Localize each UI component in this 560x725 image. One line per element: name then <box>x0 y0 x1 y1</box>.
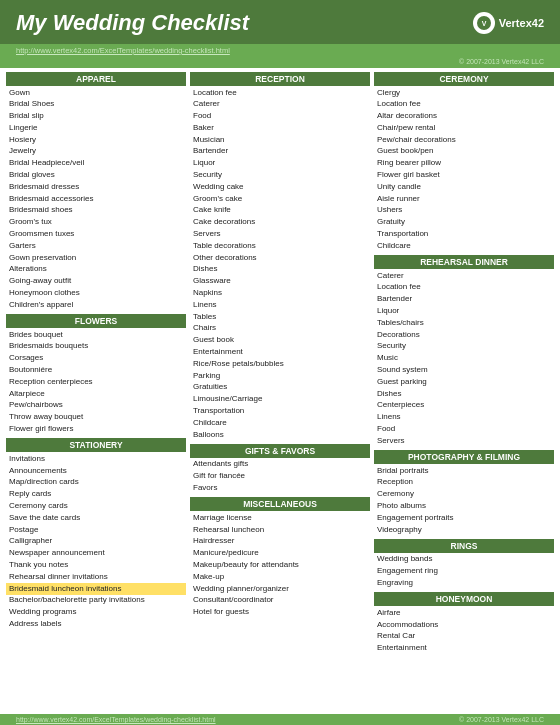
list-item: Bridal Shoes <box>6 99 186 111</box>
section-header-1-0: RECEPTION <box>190 72 370 86</box>
list-item: Groomsmen tuxes <box>6 229 186 241</box>
list-item: Food <box>374 424 554 436</box>
list-item: Bridal Headpiece/veil <box>6 158 186 170</box>
list-item: Musician <box>190 134 370 146</box>
list-item: Balloons <box>190 429 370 441</box>
list-item: Gratuities <box>190 382 370 394</box>
list-item: Ushers <box>374 205 554 217</box>
list-item: Reception centerpieces <box>6 376 186 388</box>
list-item: Ceremony cards <box>6 501 186 513</box>
column-0: APPARELGownBridal ShoesBridal slipLinger… <box>6 72 186 712</box>
list-item: Map/direction cards <box>6 477 186 489</box>
list-item: Marriage license <box>190 512 370 524</box>
list-item: Transportation <box>374 229 554 241</box>
list-item: Accommodations <box>374 619 554 631</box>
list-item: Glassware <box>190 276 370 288</box>
list-item: Flower girl basket <box>374 170 554 182</box>
list-item: Manicure/pedicure <box>190 548 370 560</box>
list-item: Music <box>374 353 554 365</box>
list-item: Location fee <box>374 282 554 294</box>
section-header-2-3: RINGS <box>374 539 554 553</box>
list-item: Rental Car <box>374 631 554 643</box>
list-item: Engagement portraits <box>374 512 554 524</box>
header: My Wedding Checklist V Vertex42 <box>0 0 560 44</box>
list-item: Reception <box>374 477 554 489</box>
list-item: Wedding planner/organizer <box>190 583 370 595</box>
list-item: Postage <box>6 524 186 536</box>
list-item: Other decorations <box>190 252 370 264</box>
list-item: Wedding bands <box>374 554 554 566</box>
list-item: Entertainment <box>374 643 554 655</box>
list-item: Cake knife <box>190 205 370 217</box>
section-header-0-1: FLOWERS <box>6 314 186 328</box>
list-item: Bridal gloves <box>6 170 186 182</box>
list-item: Liquor <box>374 306 554 318</box>
list-item: Airfare <box>374 607 554 619</box>
list-item: Unity candle <box>374 181 554 193</box>
list-item: Bridesmaid luncheon invitations <box>6 583 186 595</box>
list-item: Save the date cards <box>6 512 186 524</box>
list-item: Dishes <box>190 264 370 276</box>
list-item: Bachelor/bachelorette party invitations <box>6 595 186 607</box>
list-item: Garters <box>6 240 186 252</box>
list-item: Hairdresser <box>190 536 370 548</box>
list-item: Liquor <box>190 158 370 170</box>
list-item: Dishes <box>374 388 554 400</box>
list-item: Favors <box>190 483 370 495</box>
list-item: Wedding cake <box>190 181 370 193</box>
list-item: Security <box>190 170 370 182</box>
list-item: Centerpieces <box>374 400 554 412</box>
list-item: Groom's cake <box>190 193 370 205</box>
list-item: Security <box>374 341 554 353</box>
logo-icon: V <box>473 12 495 34</box>
list-item: Gown <box>6 87 186 99</box>
list-item: Children's apparel <box>6 299 186 311</box>
list-item: Hotel for guests <box>190 607 370 619</box>
list-item: Childcare <box>374 240 554 252</box>
list-item: Gift for fiancée <box>190 471 370 483</box>
list-item: Boutonniére <box>6 365 186 377</box>
section-header-2-1: REHEARSAL DINNER <box>374 255 554 269</box>
section-header-0-0: APPAREL <box>6 72 186 86</box>
list-item: Tables <box>190 311 370 323</box>
list-item: Bartender <box>374 294 554 306</box>
list-item: Rice/Rose petals/bubbles <box>190 358 370 370</box>
section-header-1-1: GIFTS & FAVORS <box>190 444 370 458</box>
list-item: Going-away outfit <box>6 276 186 288</box>
list-item: Invitations <box>6 453 186 465</box>
list-item: Pew/chairbows <box>6 400 186 412</box>
section-header-1-2: MISCELLANEOUS <box>190 497 370 511</box>
logo: V Vertex42 <box>473 12 544 34</box>
list-item: Aisle runner <box>374 193 554 205</box>
list-item: Rehearsal luncheon <box>190 524 370 536</box>
footer: http://www.vertex42.com/ExcelTemplates/w… <box>0 714 560 725</box>
list-item: Napkins <box>190 288 370 300</box>
list-item: Alterations <box>6 264 186 276</box>
list-item: Chairs <box>190 323 370 335</box>
list-item: Bridesmaids bouquets <box>6 341 186 353</box>
list-item: Bridesmaid accessories <box>6 193 186 205</box>
list-item: Bridal portraits <box>374 465 554 477</box>
list-item: Photo albums <box>374 501 554 513</box>
list-item: Reply cards <box>6 489 186 501</box>
list-item: Newspaper announcement <box>6 548 186 560</box>
list-item: Jewelry <box>6 146 186 158</box>
list-item: Transportation <box>190 406 370 418</box>
list-item: Make-up <box>190 571 370 583</box>
list-item: Cake decorations <box>190 217 370 229</box>
list-item: Parking <box>190 370 370 382</box>
content: APPARELGownBridal ShoesBridal slipLinger… <box>0 68 560 714</box>
list-item: Caterer <box>190 99 370 111</box>
list-item: Lingerie <box>6 122 186 134</box>
list-item: Attendants gifts <box>190 459 370 471</box>
header-url[interactable]: http://www.vertex42.com/ExcelTemplates/w… <box>0 44 560 57</box>
list-item: Altarpiece <box>6 388 186 400</box>
footer-url[interactable]: http://www.vertex42.com/ExcelTemplates/w… <box>16 716 216 723</box>
list-item: Tables/chairs <box>374 317 554 329</box>
column-1: RECEPTIONLocation feeCatererFoodBakerMus… <box>190 72 370 712</box>
list-item: Thank you notes <box>6 559 186 571</box>
list-item: Bartender <box>190 146 370 158</box>
header-copyright: © 2007-2013 Vertex42 LLC <box>0 57 560 68</box>
list-item: Address labels <box>6 618 186 630</box>
list-item: Ring bearer pillow <box>374 158 554 170</box>
